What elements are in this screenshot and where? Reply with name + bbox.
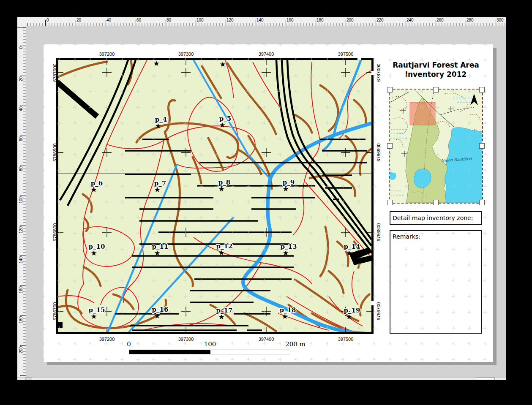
sample-point-star: ★ [218, 249, 224, 256]
sample-point-label: p_12 [216, 242, 233, 250]
scrollbar-thumb[interactable] [476, 378, 495, 380]
left-ruler-number: 20 [19, 76, 23, 81]
top-ruler-number: 140 [256, 18, 264, 22]
top-ruler-number: 100 [196, 18, 204, 22]
selection-handle-sw[interactable] [387, 200, 393, 205]
map-coord-left: 6786800 [52, 223, 57, 242]
map-coord-top: 397300 [178, 52, 194, 57]
scrollbar-nub[interactable] [25, 378, 32, 380]
sample-point-label: p_11 [152, 243, 169, 250]
sample-point-star: ★ [154, 186, 160, 193]
map-coord-left: 6786900 [52, 144, 57, 162]
sample-point-label: p_5 [219, 115, 231, 122]
top-ruler-number: 260 [437, 18, 444, 22]
map-coord-right: 6786700 [376, 302, 381, 321]
scalebar-label-0: 0 [127, 340, 131, 348]
sample-point-label: p_9 [283, 179, 295, 186]
left-ruler-number: 120 [19, 226, 23, 234]
sample-point-star: ★ [218, 185, 224, 193]
selection-handle-n[interactable] [433, 87, 439, 92]
selection-handle-e[interactable] [479, 143, 485, 149]
map-title[interactable]: Rautjarvi Forest Area Inventory 2012 [388, 60, 483, 79]
scalebar-label-200: 200 m [285, 340, 306, 348]
map-coord-bottom: 397400 [259, 337, 274, 342]
sample-point-star: ★ [218, 313, 224, 321]
sample-point-label: p_17 [216, 307, 233, 314]
map-coord-top: 397400 [259, 52, 274, 57]
selection-handle-nw[interactable] [387, 87, 393, 92]
sample-point-star: ★ [219, 122, 225, 129]
remarks-box[interactable]: Remarks: [390, 230, 482, 334]
sample-point-star: ★ [90, 313, 97, 320]
top-ruler-number: 20 [76, 18, 81, 22]
map-coord-bottom: 397500 [338, 337, 354, 342]
ruler-corner [17, 17, 26, 26]
frame-notch [371, 301, 374, 305]
sample-point-star: ★ [346, 313, 352, 321]
top-ruler-number: 120 [226, 18, 234, 22]
sample-point-label: p_18 [280, 306, 296, 314]
sample-point-label: p_8 [218, 179, 230, 186]
left-ruler-number: 100 [19, 196, 23, 204]
overview-map-item[interactable]: Ninon Rautjärvi [390, 90, 482, 203]
layout-canvas[interactable]: ★p_4★p_5★p_6★p_7★p_8★p_9★p_10★p_11★p_12★… [26, 26, 506, 377]
map-coord-right: 6787000 [376, 64, 381, 82]
top-ruler-number: 40 [106, 18, 111, 22]
top-ruler-number: 300 [497, 18, 504, 22]
map-coord-left: 6787000 [52, 64, 57, 82]
overview-lake [445, 128, 482, 203]
layout-page[interactable]: ★p_4★p_5★p_6★p_7★p_8★p_9★p_10★p_11★p_12★… [44, 44, 493, 362]
map-title-line1: Rautjarvi Forest Area [388, 60, 483, 70]
selection-handle-w[interactable] [387, 143, 393, 149]
map-coord-top: 397200 [99, 52, 115, 57]
left-ruler-number: 160 [19, 286, 23, 294]
sample-point-label: p_10 [89, 243, 105, 250]
map-coord-bottom: 397200 [99, 337, 115, 342]
sample-point-label: p_15 [89, 306, 105, 314]
sample-point-star: ★ [154, 313, 160, 320]
map-coord-right: 6786900 [376, 144, 381, 162]
selection-handle-s[interactable] [433, 200, 439, 205]
sample-point-label: p_19 [344, 307, 360, 314]
scalebar-item[interactable] [129, 350, 290, 354]
sample-point-star: ★ [155, 122, 161, 130]
sample-point-star: ★ [281, 313, 288, 320]
sample-point-label: p_14 [344, 243, 360, 250]
scalebar-segment-black [129, 350, 210, 354]
horizontal-scrollbar[interactable] [17, 377, 506, 380]
top-ruler-number: 0 [46, 18, 49, 22]
sample-point-star: ★ [153, 60, 159, 67]
sample-point-star: ★ [90, 186, 97, 193]
sample-point-label: p_13 [281, 243, 297, 250]
top-ruler-number: 200 [346, 18, 354, 22]
overview-map-drawing [390, 90, 482, 203]
left-ruler[interactable]: 020406080100120140160180200 [17, 26, 26, 377]
top-ruler-number: 80 [166, 18, 171, 22]
remarks-label: Remarks: [393, 233, 420, 240]
selection-handle-ne[interactable] [479, 87, 485, 92]
left-ruler-number: 180 [19, 316, 23, 323]
sample-point-label: p_4 [155, 116, 167, 123]
top-ruler-number: 220 [376, 18, 384, 22]
sample-point-star: ★ [219, 61, 226, 68]
selection-handle-se[interactable] [479, 200, 485, 205]
sample-point-label: p_6 [91, 179, 103, 187]
sample-point-star: ★ [282, 250, 289, 257]
sample-point-label: p_16 [152, 306, 169, 313]
scalebar-segment-white [210, 350, 290, 354]
left-ruler-number: 200 [19, 346, 23, 353]
sample-points-layer: ★p_4★p_5★p_6★p_7★p_8★p_9★p_10★p_11★p_12★… [58, 60, 371, 332]
qgis-layout-window: 0204060801001201401601802002202402602803… [0, 0, 532, 405]
top-ruler[interactable]: 0204060801001201401601802002202402602803… [26, 17, 506, 26]
map-coord-top: 397500 [338, 52, 354, 57]
main-map-item[interactable]: ★p_4★p_5★p_6★p_7★p_8★p_9★p_10★p_11★p_12★… [56, 58, 374, 334]
sample-point-star: ★ [282, 185, 289, 193]
detail-zone-box[interactable]: Detail map inventory zone: [390, 211, 482, 225]
top-ruler-number: 240 [407, 18, 414, 22]
top-ruler-number: 60 [136, 18, 141, 22]
left-ruler-number: 0 [19, 46, 23, 49]
left-ruler-number: 140 [19, 256, 23, 264]
left-ruler-number: 40 [19, 106, 23, 111]
left-ruler-number: 80 [19, 166, 23, 171]
map-coord-right: 6786800 [376, 223, 381, 242]
